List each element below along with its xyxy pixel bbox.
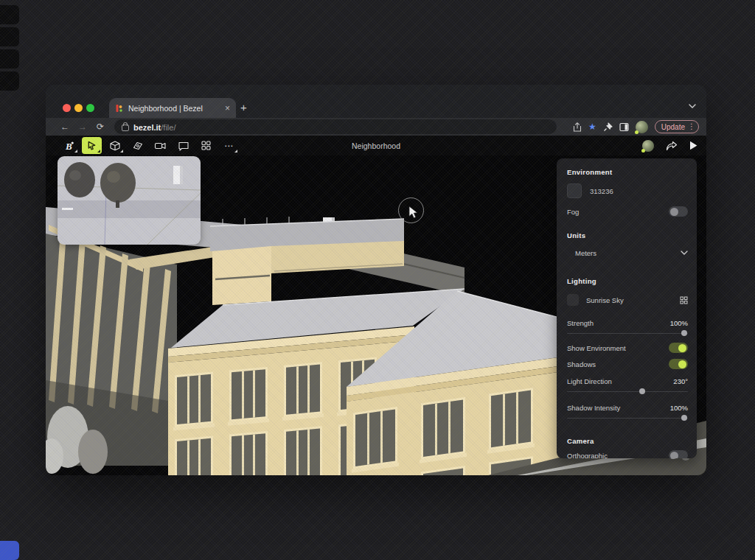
forward-button[interactable]: → [74,122,91,132]
new-tab-button[interactable]: + [240,101,247,113]
insert-object-tool-button[interactable] [105,137,125,154]
window-zoom-button[interactable] [86,104,94,112]
dock-app-icon [0,27,19,46]
sky-preset-name[interactable]: Sunrise Sky [586,296,680,304]
light-direction-value[interactable]: 230° [673,377,688,385]
play-button-icon[interactable] [689,141,697,150]
ellipsis-icon: ⋯ [224,141,234,151]
mouse-cursor-icon [408,206,419,219]
tab-favicon [115,104,124,113]
share-icon[interactable] [573,122,582,132]
select-tool-button[interactable] [82,137,102,154]
3d-viewport[interactable]: Environment 313236 Fog Units Meters [46,155,706,475]
layout-grid-tool-button[interactable] [196,137,216,154]
app-toolbar: B [46,136,706,155]
browser-tab[interactable]: Neighborhood | Bezel × [109,98,236,118]
dock-app-icon-blue [0,541,19,560]
shadows-toggle[interactable] [669,359,688,369]
url-path: /file/ [161,123,175,132]
video-camera-icon [154,140,167,152]
comment-bubble-icon [178,140,189,152]
comment-tool-button[interactable] [173,137,193,154]
strength-label: Strength [567,319,594,327]
light-direction-label: Light Direction [567,377,612,385]
update-button[interactable]: Update ⋮ [655,120,699,133]
bookmark-star-icon[interactable]: ★ [588,122,596,131]
shadow-intensity-slider[interactable] [567,415,688,421]
show-environment-label: Show Environment [567,344,626,352]
extensions-pin-icon[interactable] [603,122,613,132]
collaborator-avatar[interactable] [642,140,654,152]
units-select-value[interactable]: Meters [575,249,596,257]
environment-color-hex[interactable]: 313236 [590,187,613,195]
bezel-logo-icon: B [63,140,75,152]
units-chevron-down-icon[interactable] [681,251,688,255]
preset-browser-grid-icon[interactable] [680,296,688,304]
tool-group: B [46,137,239,154]
light-direction-slider[interactable] [567,388,688,394]
show-environment-toggle[interactable] [669,343,688,353]
tab-title: Neighborhood | Bezel [128,104,220,113]
sky-preset-thumbnail[interactable] [567,294,579,306]
reload-button[interactable]: ⟳ [91,122,109,132]
back-button[interactable]: ← [56,122,74,132]
chrome-actions: ★ Update ⋮ [573,118,706,136]
cube-icon [109,140,121,152]
browser-profile-avatar[interactable] [636,121,648,133]
pen-icon [132,140,144,152]
fog-label: Fog [567,208,579,216]
url-domain: bezel.it [133,123,161,132]
shadow-intensity-value[interactable]: 100% [670,404,688,412]
strength-value[interactable]: 100% [670,319,688,327]
camera-preview-window[interactable] [58,156,201,245]
bezel-app: B [46,136,706,475]
bezel-logo-menu-button[interactable]: B [59,137,79,154]
cursor-icon [86,140,97,151]
environment-header: Environment [567,168,612,176]
tab-strip: Neighborhood | Bezel × + [46,85,706,118]
browser-toolbar: ← → ⟳ bezel.it/file/ ★ [46,118,706,136]
camera-tool-button[interactable] [150,137,170,154]
svg-text:B: B [65,140,72,151]
dock-app-icon [0,49,19,69]
app-toolbar-right [642,136,697,155]
dock-app-icon [0,71,19,91]
dock-app-icon [0,5,19,24]
fog-toggle[interactable] [669,206,688,217]
strength-slider[interactable] [567,330,688,336]
tab-search-chevron-icon[interactable] [689,104,696,108]
window-minimize-button[interactable] [74,104,83,112]
camera-header: Camera [567,437,594,445]
shadows-label: Shadows [567,360,596,368]
lock-icon [122,125,129,131]
orthographic-toggle[interactable] [669,450,688,458]
lighting-header: Lighting [567,277,596,285]
side-panel-icon[interactable] [619,122,629,132]
orthographic-label: Orthographic [567,452,608,459]
units-header: Units [567,231,585,239]
environment-color-swatch[interactable] [567,183,582,198]
browser-menu-kebab-icon[interactable]: ⋮ [688,123,695,130]
share-arrow-icon[interactable] [666,141,678,151]
window-close-button[interactable] [63,104,71,112]
shadow-intensity-label: Shadow Intensity [567,404,620,412]
properties-panel: Environment 313236 Fog Units Meters [557,158,697,458]
pen-tool-button[interactable] [128,137,147,154]
camera-preview-render [58,156,201,245]
browser-window: Neighborhood | Bezel × + ← → ⟳ bezel.it/… [46,85,706,475]
more-tools-button[interactable]: ⋯ [219,137,239,154]
tab-close-icon[interactable]: × [225,104,230,113]
address-bar[interactable]: bezel.it/file/ [114,119,557,134]
update-label: Update [661,123,685,131]
grid-icon [201,140,212,151]
desktop: Neighborhood | Bezel × + ← → ⟳ bezel.it/… [0,0,755,560]
